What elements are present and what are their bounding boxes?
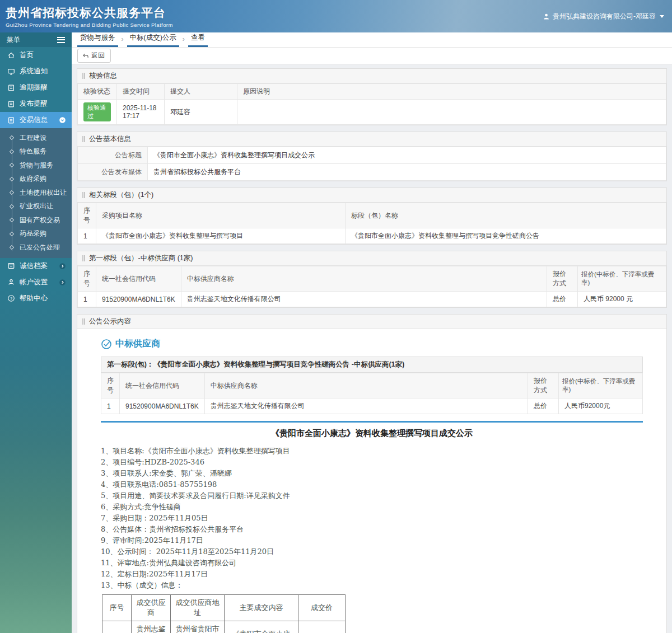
- status-badge: 核验通过: [83, 102, 111, 121]
- user-menu[interactable]: 贵州弘典建设咨询有限公司-邓廷容: [543, 12, 664, 21]
- doc-paragraph: 1、项目名称:《贵阳市全面小康志》资料收集整理撰写项目: [101, 446, 643, 457]
- submenu-item-state-property[interactable]: 国有产权交易: [0, 213, 72, 227]
- menu-label: 菜单: [7, 35, 20, 45]
- table-header-row: 序号 成交供应商 成交供应商地址 主要成交内容 成交价: [102, 595, 346, 621]
- sidebar-item-help-center[interactable]: ? 帮助中心: [0, 290, 72, 307]
- table-row: 1 91520900MA6DNL1T6K 贵州志鉴天地文化传播有限公司 总价 人…: [78, 292, 666, 307]
- diamond-bullet-icon: [10, 149, 14, 154]
- circle-chevron-down-icon: [59, 116, 66, 124]
- back-button[interactable]: 返回: [77, 49, 111, 63]
- sidebar-item-account-settings[interactable]: 帐户设置: [0, 274, 72, 290]
- user-icon: [543, 13, 550, 20]
- diamond-bullet-icon: [10, 245, 14, 250]
- announcement-media-value: 贵州省招标投标公共服务平台: [148, 164, 666, 181]
- hamburger-icon[interactable]: [57, 35, 65, 44]
- home-icon: [7, 51, 15, 59]
- verification-title: 核验信息: [77, 69, 666, 83]
- basic-info-title: 公告基本信息: [77, 132, 666, 147]
- table-row: 1 《贵阳市全面小康志》资料收集整理与撰写项目 《贵阳市全面小康志》资料收集整理…: [78, 228, 666, 244]
- winning-supplier-table: 序号 统一社会信用代码 中标供应商名称 报价方式 报价(中标价、下浮率或费率) …: [77, 266, 666, 307]
- sidebar-item-trade-info[interactable]: 交易信息: [0, 112, 72, 128]
- doc-paragraph: 9、评审时间:2025年11月17日: [101, 535, 643, 546]
- sidebar-menu-header: 菜单: [0, 32, 72, 47]
- top-header: 贵州省招标投标公共服务平台 GuiZhou Province Tendering…: [0, 0, 672, 32]
- doc-paragraph: 3、项目联系人:宋金委、郭广荣、潘晓娜: [101, 468, 643, 479]
- circle-chevron-right-icon: [59, 279, 66, 286]
- sidebar-item-credit-archive[interactable]: 诚信档案: [0, 258, 72, 274]
- circle-chevron-right-icon: [59, 262, 66, 270]
- submenu-item-special-service[interactable]: 特色服务: [0, 145, 72, 159]
- announcement-content-panel: 公告公示内容 中标供应商 第一标段(包)：《贵阳市全面小康志》资料收集整理与撰写…: [77, 314, 667, 633]
- table-row: 1 91520900MA6DNL1T6K 贵州志鉴天地文化传播有限公司 总价 人…: [101, 398, 643, 414]
- chevron-down-icon: [660, 15, 664, 18]
- announcement-body: 中标供应商 第一标段(包)：《贵阳市全面小康志》资料收集整理与撰写项目竞争性磋商…: [77, 329, 666, 633]
- table-header-row: 序号 采购项目名称 标段（包）名称: [78, 203, 666, 228]
- doc-paragraph: 10、公示时间： 2025年11月18至2025年11月20日: [101, 546, 643, 557]
- diamond-bullet-icon: [10, 232, 14, 236]
- diamond-bullet-icon: [10, 218, 14, 222]
- diamond-bullet-icon: [10, 204, 14, 209]
- award-info-table: 序号 成交供应商 成交供应商地址 主要成交内容 成交价 1 贵州志鉴天地文化传播…: [102, 594, 346, 633]
- diamond-bullet-icon: [10, 135, 14, 140]
- section-bars-icon: [82, 73, 85, 79]
- doc-paragraph: 11、评审地点:贵州弘典建设咨询有限公司: [101, 557, 643, 569]
- basic-info-panel: 公告基本信息 公告标题 《贵阳市全面小康志》资料收集整理撰写项目成交公示 公告发…: [77, 132, 667, 181]
- breadcrumb-goods-services[interactable]: 货物与服务: [77, 32, 118, 47]
- section-bar-title: 第一标段(包)：《贵阳市全面小康志》资料收集整理与撰写项目竞争性磋商公告 -中标…: [101, 357, 643, 373]
- monitor-icon: [7, 68, 15, 76]
- doc-paragraph: 8、公告媒体：贵州省招标投标公共服务平台: [101, 524, 643, 535]
- diamond-bullet-icon: [10, 190, 14, 195]
- diamond-bullet-icon: [10, 177, 14, 181]
- breadcrumb-view[interactable]: 查看: [188, 32, 208, 47]
- platform-subtitle: GuiZhou Province Tendering and Bidding P…: [6, 22, 173, 28]
- section-bars-icon: [82, 318, 85, 325]
- doc-paragraph: 2、项目编号:HDZB-2025-346: [101, 457, 643, 468]
- svg-text:?: ?: [10, 296, 12, 301]
- announcement-content-title: 公告公示内容: [77, 315, 666, 329]
- related-sections-title: 相关标段（包）(1个): [77, 188, 666, 203]
- section-bars-icon: [82, 255, 85, 261]
- table-row: 1 贵州志鉴天地文化传播有限公司 贵州省贵阳市南明区瑞金南路83号5号楼2208…: [102, 621, 346, 633]
- table-row: 公告标题 《贵阳市全面小康志》资料收集整理撰写项目成交公示: [78, 147, 666, 164]
- question-circle-icon: ?: [7, 294, 15, 302]
- announcement-title-value: 《贵阳市全面小康志》资料收集整理撰写项目成交公示: [148, 147, 666, 164]
- document-icon: [7, 84, 15, 92]
- sidebar-item-overdue-reminder[interactable]: 逾期提醒: [0, 79, 72, 96]
- document-icon: [7, 100, 15, 108]
- submenu-item-goods-services[interactable]: 货物与服务: [0, 158, 72, 172]
- submenu-item-gov-procurement[interactable]: 政府采购: [0, 172, 72, 186]
- breadcrumb-award-notice[interactable]: 中标(成交)公示: [127, 32, 179, 47]
- archive-icon: [7, 262, 15, 270]
- doc-paragraph: 5、项目用途、简要技术要求及合同履行日期:详见采购文件: [101, 490, 643, 501]
- section-bars-icon: [82, 136, 85, 142]
- doc-paragraph: 13、中标（成交）信息：: [101, 580, 643, 591]
- sidebar-item-home[interactable]: 首页: [0, 47, 72, 63]
- submenu-item-drug-procurement[interactable]: 药品采购: [0, 227, 72, 241]
- document-title: 《贵阳市全面小康志》资料收集整理撰写项目成交公示: [101, 428, 643, 439]
- app-window: 贵州省招标投标公共服务平台 GuiZhou Province Tendering…: [0, 0, 672, 633]
- submenu-item-mining-rights[interactable]: 矿业权出让: [0, 200, 72, 214]
- winning-supplier-panel: 第一标段（包）-中标供应商 (1家) 序号 统一社会信用代码 中标供应商名称 报…: [77, 251, 667, 308]
- content-supplier-table: 序号 统一社会信用代码 中标供应商名称 报价方式 报价(中标价、下浮率或费率) …: [101, 373, 643, 414]
- doc-paragraph: 12、定标日期:2025年11月17日: [101, 569, 643, 580]
- submenu-item-engineering[interactable]: 工程建设: [0, 131, 72, 145]
- verification-table: 核验状态 提交时间 提交人 原因说明 核验通过 2025-11-18 17:17…: [77, 83, 666, 125]
- doc-paragraph: 7、采购日期：2025年11月05日: [101, 513, 643, 524]
- related-sections-table: 序号 采购项目名称 标段（包）名称 1 《贵阳市全面小康志》资料收集整理与撰写项…: [77, 203, 666, 244]
- sidebar-item-system-notice[interactable]: 系统通知: [0, 63, 72, 79]
- winning-supplier-heading: 中标供应商: [101, 338, 643, 350]
- section-bars-icon: [82, 192, 85, 198]
- table-header-row: 核验状态 提交时间 提交人 原因说明: [78, 84, 666, 100]
- trade-submenu: 工程建设 特色服务 货物与服务 政府采购 土地使用权出让 矿业权出让 国有产权交…: [0, 128, 72, 258]
- announcement-document: 《贵阳市全面小康志》资料收集整理撰写项目成交公示 1、项目名称:《贵阳市全面小康…: [101, 428, 643, 633]
- doc-paragraph: 6、采购方式:竞争性磋商: [101, 501, 643, 513]
- breadcrumb-separator: ›: [118, 33, 127, 47]
- winning-supplier-title: 第一标段（包）-中标供应商 (1家): [77, 251, 666, 266]
- platform-title: 贵州省招标投标公共服务平台: [6, 5, 173, 21]
- related-sections-panel: 相关标段（包）(1个) 序号 采购项目名称 标段（包）名称 1 《贵阳市全面小康…: [77, 187, 667, 245]
- toolbar: 返回: [72, 48, 672, 64]
- submenu-item-land-use[interactable]: 土地使用权出让: [0, 186, 72, 200]
- submenu-item-published-notices[interactable]: 已发公告处理: [0, 241, 72, 255]
- document-icon: [7, 116, 15, 124]
- sidebar-item-publish-reminder[interactable]: 发布提醒: [0, 96, 72, 112]
